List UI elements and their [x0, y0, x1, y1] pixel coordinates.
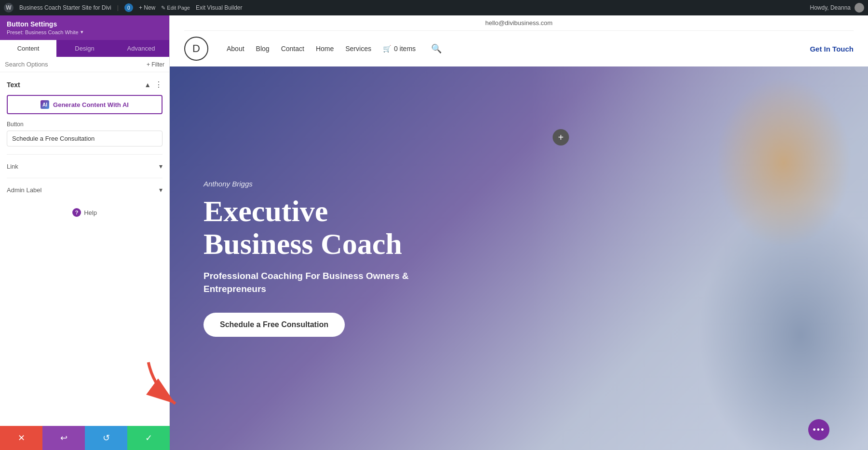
cart-area[interactable]: 🛒 0 items: [383, 45, 416, 53]
more-actions-button[interactable]: •••: [808, 419, 829, 440]
filter-button[interactable]: + Filter: [147, 61, 164, 68]
tab-advanced[interactable]: Advanced: [113, 40, 169, 57]
link-chevron-icon: ▾: [159, 162, 163, 170]
site-name: Business Coach Starter Site for Divi: [19, 4, 111, 11]
howdy-text: Howdy, Deanna: [810, 4, 851, 11]
sidebar-tabs: Content Design Advanced: [0, 40, 169, 57]
admin-label-title: Admin Label: [7, 186, 41, 194]
edit-page-button[interactable]: ✎ Edit Page: [161, 5, 190, 11]
text-section-header: Text ▲ ⋮: [7, 80, 163, 89]
hero-subtitle: Professional Coaching For Business Owner…: [203, 270, 425, 295]
hero-person-image: [530, 66, 868, 450]
hero-section: Anthony Briggs Executive Business Coach …: [170, 66, 868, 450]
person-silhouette: [530, 66, 868, 450]
ai-generate-button[interactable]: AI Generate Content With AI: [7, 95, 163, 114]
nav-link-blog[interactable]: Blog: [256, 45, 270, 53]
nav-links: About Blog Contact Home Services 🛒 0 ite…: [227, 43, 796, 54]
link-section-header[interactable]: Link ▾: [7, 159, 163, 173]
site-name-text: Business Coach Starter Site for Divi: [19, 4, 111, 11]
help-icon: ?: [72, 208, 81, 217]
search-icon[interactable]: 🔍: [431, 43, 442, 54]
admin-label-chevron-icon: ▾: [159, 186, 163, 194]
cart-icon: 🛒: [383, 45, 391, 53]
bottom-action-bar: ✕ ↩ ↺ ✓: [0, 426, 170, 450]
hero-title: Executive Business Coach: [203, 195, 425, 260]
get-in-touch-button[interactable]: Get In Touch: [810, 45, 854, 53]
admin-label-header[interactable]: Admin Label ▾: [7, 183, 163, 197]
tab-design[interactable]: Design: [56, 40, 113, 57]
sidebar-header: Button Settings Preset: Business Coach W…: [0, 15, 169, 40]
ai-generate-label: Generate Content With AI: [53, 101, 129, 108]
website-preview: hello@divibusiness.com D About Blog Cont…: [170, 15, 868, 450]
link-section: Link ▾: [7, 154, 163, 173]
search-input[interactable]: [5, 61, 143, 68]
cancel-button[interactable]: ✕: [0, 426, 42, 450]
nav-link-services[interactable]: Services: [345, 45, 371, 53]
nav-link-about[interactable]: About: [227, 45, 244, 53]
avatar: [854, 3, 864, 13]
wp-logo-icon[interactable]: W: [4, 3, 14, 13]
site-logo: D: [184, 37, 208, 61]
nav-link-home[interactable]: Home: [316, 45, 334, 53]
hero-content: Anthony Briggs Executive Business Coach …: [170, 151, 459, 366]
sidebar: Button Settings Preset: Business Coach W…: [0, 15, 170, 450]
save-button[interactable]: ✓: [127, 426, 170, 450]
section-controls: ▲ ⋮: [144, 80, 163, 89]
comments-badge[interactable]: 0: [124, 3, 133, 12]
ai-icon: AI: [41, 100, 49, 109]
site-nav: D About Blog Contact Home Services 🛒 0 i…: [184, 31, 854, 66]
site-header: hello@divibusiness.com D About Blog Cont…: [170, 15, 868, 66]
more-options-button[interactable]: ⋮: [155, 80, 163, 89]
collapse-button[interactable]: ▲: [144, 81, 151, 89]
admin-label-section: Admin Label ▾: [7, 178, 163, 197]
tab-content[interactable]: Content: [0, 40, 56, 57]
search-bar: + Filter: [0, 57, 169, 72]
sidebar-content: Text ▲ ⋮ AI Generate Content With AI But…: [0, 72, 169, 450]
add-element-button[interactable]: +: [553, 129, 569, 146]
nav-link-contact[interactable]: Contact: [281, 45, 304, 53]
help-label: Help: [84, 209, 97, 216]
cta-button[interactable]: Schedule a Free Consultation: [203, 313, 345, 337]
sidebar-title: Button Settings: [7, 20, 163, 28]
sidebar-preset[interactable]: Preset: Business Coach White ▾: [7, 29, 163, 35]
help-section[interactable]: ? Help: [7, 201, 163, 224]
button-text-input[interactable]: [7, 131, 163, 146]
redo-button[interactable]: ↺: [85, 426, 127, 450]
exit-builder-button[interactable]: Exit Visual Builder: [196, 4, 243, 11]
undo-button[interactable]: ↩: [42, 426, 85, 450]
cart-count: 0 items: [394, 45, 416, 53]
admin-bar: W Business Coach Starter Site for Divi |…: [0, 0, 868, 15]
new-button[interactable]: + New: [139, 4, 155, 11]
hero-author: Anthony Briggs: [203, 180, 425, 188]
button-field-label: Button: [7, 121, 163, 128]
text-section-title: Text: [7, 81, 20, 89]
site-email-bar[interactable]: hello@divibusiness.com: [184, 15, 854, 31]
link-section-title: Link: [7, 163, 18, 170]
